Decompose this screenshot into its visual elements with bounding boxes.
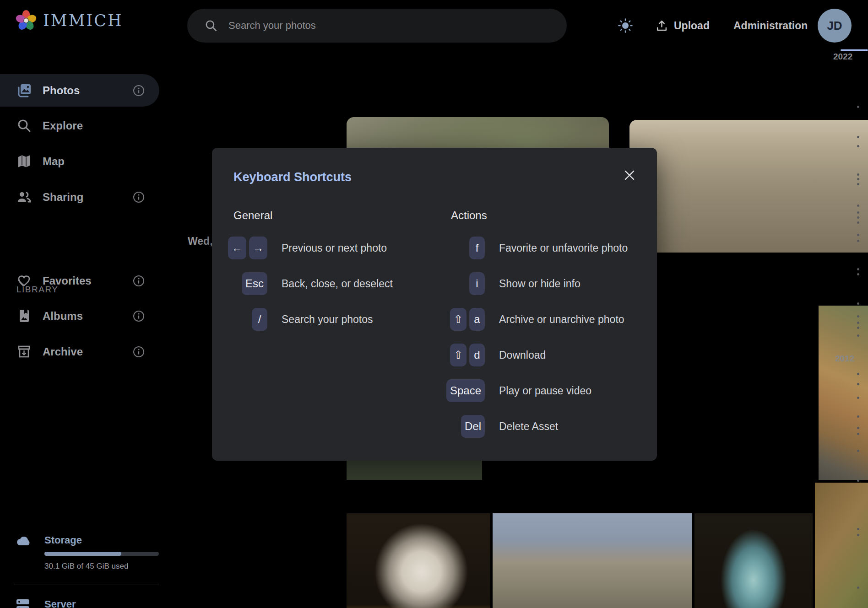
avatar-initials: JD: [827, 19, 842, 33]
sidebar-item-map[interactable]: Map: [0, 145, 159, 178]
shortcut-description: Previous or next photo: [282, 242, 387, 254]
info-icon[interactable]: [133, 191, 145, 203]
photo-thumbnail[interactable]: [815, 483, 868, 608]
search-input[interactable]: [228, 19, 522, 32]
timeline-year-label: 2022: [833, 52, 852, 62]
map-icon: [16, 154, 32, 169]
search-icon: [205, 19, 217, 32]
key-slash: /: [252, 308, 267, 331]
sidebar-item-favorites[interactable]: Favorites: [0, 264, 159, 297]
storage-progress-track: [44, 552, 159, 556]
info-icon[interactable]: [133, 310, 145, 322]
scrubber-position-line: [841, 49, 868, 51]
shortcut-description: Play or pause video: [499, 385, 591, 397]
sidebar-item-label: Archive: [43, 345, 83, 358]
photos-icon: [16, 83, 32, 98]
sidebar-item-archive[interactable]: Archive: [0, 335, 159, 368]
key-esc: Esc: [242, 272, 267, 295]
key-d: d: [469, 344, 485, 366]
app-name: IMMICH: [43, 11, 123, 30]
sidebar-item-label: Sharing: [43, 191, 83, 204]
key-shift: ⇧: [450, 344, 467, 366]
date-group-header: Wed,: [188, 235, 213, 248]
sidebar-item-explore[interactable]: Explore: [0, 109, 159, 142]
shortcut-description: Favorite or unfavorite photo: [499, 242, 628, 254]
keyboard-shortcuts-modal: Keyboard Shortcuts General Actions ← → P…: [212, 148, 657, 461]
shortcut-column-general: ← → Previous or next photo Esc Back, clo…: [212, 230, 424, 337]
info-icon[interactable]: [133, 85, 145, 97]
sidebar-item-label: Map: [43, 155, 65, 168]
shortcut-column-heading: General: [233, 209, 272, 222]
cloud-icon: [15, 533, 33, 551]
shortcut-row: Space Play or pause video: [429, 373, 657, 409]
key-arrow-right: →: [249, 237, 267, 259]
immich-flower-icon: [16, 10, 37, 31]
search-bar[interactable]: [187, 9, 567, 43]
shortcut-row: f Favorite or unfavorite photo: [429, 230, 657, 266]
shortcut-description: Back, close, or deselect: [282, 278, 393, 290]
shortcut-description: Download: [499, 349, 546, 361]
photo-thumbnail[interactable]: [347, 513, 490, 608]
sun-icon: [618, 18, 633, 33]
administration-label: Administration: [733, 20, 808, 32]
administration-button[interactable]: Administration: [733, 14, 808, 38]
storage-progress-fill: [44, 552, 121, 556]
shortcut-row: Del Delete Asset: [429, 409, 657, 444]
close-icon: [624, 169, 635, 181]
close-button[interactable]: [623, 168, 636, 182]
sidebar-item-label: Favorites: [43, 274, 92, 287]
sidebar-item-albums[interactable]: Albums: [0, 300, 159, 332]
top-bar: IMMICH: [0, 0, 868, 51]
theme-toggle-button[interactable]: [613, 14, 637, 38]
timeline-year-label: 2012: [835, 354, 854, 364]
heart-icon: [16, 273, 32, 288]
photo-thumbnail[interactable]: [694, 513, 813, 608]
sidebar-item-sharing[interactable]: Sharing: [0, 181, 159, 213]
key-f: f: [469, 237, 485, 259]
memory-card-2[interactable]: [629, 120, 868, 253]
photo-thumbnail[interactable]: [493, 513, 692, 608]
upload-label: Upload: [674, 20, 710, 32]
upload-button[interactable]: Upload: [656, 14, 710, 38]
server-icon: [16, 597, 30, 608]
key-shift: ⇧: [450, 308, 467, 331]
immich-app: 5 y 9 years si Wed, 2022 2012: [0, 0, 868, 608]
modal-title: Keyboard Shortcuts: [233, 170, 352, 184]
shortcut-column-actions: f Favorite or unfavorite photo i Show or…: [429, 230, 657, 444]
key-a: a: [469, 308, 485, 331]
shortcut-row: ⇧ a Archive or unarchive photo: [429, 301, 657, 337]
key-space: Space: [446, 379, 485, 402]
shortcut-description: Show or hide info: [499, 278, 580, 290]
key-i: i: [469, 272, 485, 295]
upload-icon: [656, 20, 668, 32]
shortcut-row: i Show or hide info: [429, 266, 657, 301]
key-arrow-left: ←: [228, 237, 246, 259]
shortcut-row: ← → Previous or next photo: [212, 230, 424, 266]
server-title: Server: [44, 598, 76, 608]
shortcut-row: Esc Back, close, or deselect: [212, 266, 424, 301]
people-icon: [16, 189, 32, 204]
shortcut-description: Search your photos: [282, 313, 373, 326]
sidebar-divider: [14, 585, 159, 585]
search-icon: [16, 118, 32, 133]
user-avatar[interactable]: JD: [818, 9, 852, 43]
storage-usage-text: 30.1 GiB of 45 GiB used: [44, 562, 128, 571]
shortcut-description: Archive or unarchive photo: [499, 313, 624, 326]
sidebar-item-photos[interactable]: Photos: [0, 74, 159, 107]
archive-icon: [16, 344, 32, 359]
photo-thumbnail[interactable]: [819, 306, 868, 480]
shortcut-row: ⇧ d Download: [429, 337, 657, 373]
sidebar: Photos Explore Map: [0, 51, 159, 608]
storage-title: Storage: [44, 534, 82, 546]
shortcut-row: / Search your photos: [212, 301, 424, 337]
albums-icon: [16, 308, 32, 323]
app-logo[interactable]: IMMICH: [16, 10, 123, 31]
key-del: Del: [461, 415, 485, 438]
shortcut-column-heading: Actions: [451, 209, 487, 222]
info-icon[interactable]: [133, 275, 145, 287]
info-icon[interactable]: [133, 346, 145, 358]
sidebar-item-label: Albums: [43, 310, 83, 323]
shortcut-description: Delete Asset: [499, 420, 558, 433]
sidebar-item-label: Photos: [43, 84, 80, 97]
sidebar-item-label: Explore: [43, 119, 83, 132]
